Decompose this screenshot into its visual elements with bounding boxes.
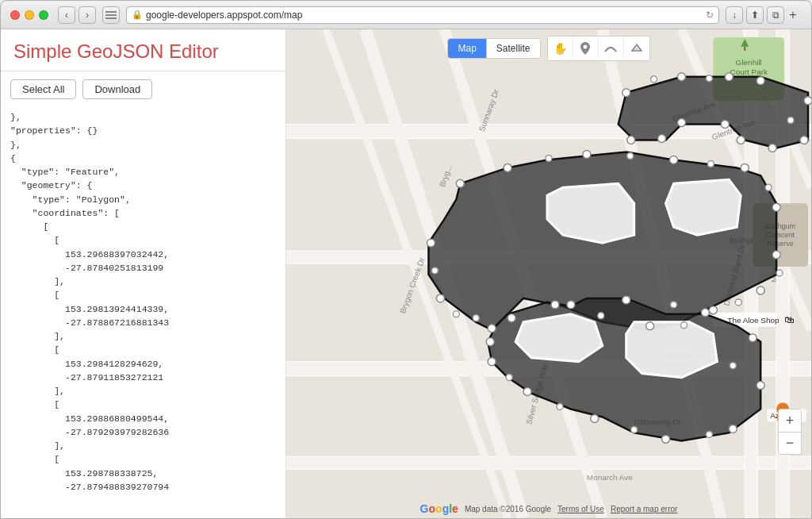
svg-point-62 (504, 163, 511, 171)
svg-point-83 (591, 414, 599, 422)
minimize-button[interactable] (25, 10, 34, 20)
svg-point-70 (646, 322, 654, 330)
svg-point-68 (756, 286, 764, 294)
address-bar[interactable]: 🔒 google-developers.appspot.com/map ↻ (126, 6, 719, 24)
refresh-icon[interactable]: ↻ (706, 10, 714, 21)
map-attribution: Google Map data ©2016 Google Terms of Us… (420, 502, 678, 515)
title-bar: ‹ › 🔒 google-developers.appspot.com/map … (1, 1, 811, 29)
svg-point-87 (651, 76, 657, 83)
window: ‹ › 🔒 google-developers.appspot.com/map … (0, 0, 812, 519)
svg-point-67 (772, 251, 780, 259)
svg-point-73 (436, 294, 444, 302)
back-button[interactable]: ‹ (58, 6, 75, 24)
svg-point-98 (473, 315, 479, 321)
svg-point-99 (453, 311, 459, 317)
svg-point-97 (598, 313, 604, 319)
svg-rect-1 (105, 14, 117, 16)
svg-point-56 (737, 136, 745, 144)
svg-point-85 (488, 358, 496, 366)
svg-point-101 (671, 302, 677, 308)
svg-point-78 (701, 309, 709, 317)
svg-point-72 (488, 325, 496, 333)
svg-point-93 (765, 184, 772, 190)
app-title: Simple GeoJSON Editor (1, 29, 285, 71)
select-all-button[interactable]: Select All (10, 79, 76, 99)
svg-marker-47 (515, 314, 603, 362)
svg-point-69 (709, 306, 717, 314)
svg-point-106 (506, 375, 512, 381)
svg-point-94 (776, 270, 783, 276)
terms-link[interactable]: Terms of Use (557, 505, 604, 513)
right-buttons: ↓ ⬆ ⧉ (726, 6, 784, 24)
svg-text:🛍: 🛍 (784, 314, 794, 325)
svg-text:The Aloe Shop: The Aloe Shop (727, 316, 779, 325)
zoom-out-button[interactable]: − (779, 432, 801, 454)
add-tab-button[interactable]: + (784, 6, 802, 24)
map-toolbar: Map Satellite ✋ (286, 36, 811, 61)
line-tool[interactable] (599, 37, 624, 60)
svg-point-104 (631, 426, 638, 432)
forward-button[interactable]: › (79, 6, 96, 24)
map-background: Glenhill Court Park Glentree Ave Glentre… (286, 29, 811, 518)
svg-point-95 (735, 299, 741, 306)
map-tools: ✋ (547, 36, 650, 61)
svg-point-88 (706, 75, 712, 82)
svg-point-90 (546, 155, 552, 161)
svg-point-52 (756, 77, 764, 85)
nav-buttons: ‹ › (58, 6, 96, 24)
svg-point-64 (670, 156, 678, 163)
maximize-button[interactable] (39, 10, 48, 20)
traffic-lights (10, 10, 48, 20)
svg-point-91 (627, 152, 634, 159)
svg-point-84 (523, 388, 531, 396)
svg-point-55 (768, 144, 776, 152)
map-panel: Glenhill Court Park Glentree Ave Glentre… (286, 29, 811, 518)
svg-point-77 (622, 296, 630, 304)
svg-point-59 (658, 135, 666, 143)
svg-point-76 (567, 301, 575, 309)
marker-tool[interactable] (573, 37, 599, 60)
svg-point-49 (622, 89, 630, 97)
map-zoom-controls: + − (778, 409, 802, 455)
zoom-in-button[interactable]: + (779, 409, 801, 432)
code-editor[interactable]: }, "properties": {} }, { "type": "Featur… (1, 107, 285, 518)
svg-point-63 (583, 150, 591, 158)
map-type-satellite[interactable]: Satellite (486, 39, 540, 58)
svg-point-80 (756, 382, 764, 390)
svg-point-57 (721, 121, 729, 129)
svg-point-89 (787, 117, 794, 124)
svg-rect-0 (105, 11, 117, 13)
svg-point-86 (486, 338, 494, 346)
svg-text:Court Park: Court Park (730, 67, 768, 76)
svg-point-74 (427, 239, 435, 247)
svg-point-102 (730, 363, 736, 369)
url-text: google-developers.appspot.com/map (146, 10, 703, 21)
svg-point-103 (706, 431, 712, 437)
share-icon[interactable]: ⬆ (746, 6, 764, 24)
svg-point-96 (680, 322, 687, 329)
reader-button[interactable] (102, 6, 120, 24)
svg-marker-46 (666, 179, 741, 235)
svg-rect-7 (286, 456, 811, 469)
pan-tool[interactable]: ✋ (548, 37, 573, 60)
download-icon[interactable]: ↓ (726, 6, 743, 24)
svg-point-100 (431, 267, 438, 274)
report-link[interactable]: Report a map error (611, 505, 677, 513)
close-button[interactable] (10, 10, 20, 20)
svg-point-61 (456, 179, 464, 187)
map-type-map[interactable]: Map (448, 39, 485, 58)
svg-point-66 (772, 203, 780, 211)
svg-point-92 (707, 160, 714, 167)
svg-point-79 (749, 334, 756, 342)
map-type-buttons: Map Satellite (447, 38, 540, 59)
svg-point-82 (662, 435, 670, 443)
download-button[interactable]: Download (82, 79, 152, 99)
svg-point-60 (627, 136, 635, 144)
svg-point-75 (508, 314, 515, 322)
svg-rect-2 (105, 17, 117, 19)
polygon-tool[interactable] (624, 37, 649, 60)
svg-point-65 (741, 163, 749, 171)
new-tab-icon[interactable]: ⧉ (767, 6, 784, 24)
toolbar: Select All Download (1, 71, 285, 107)
svg-point-81 (729, 425, 737, 432)
